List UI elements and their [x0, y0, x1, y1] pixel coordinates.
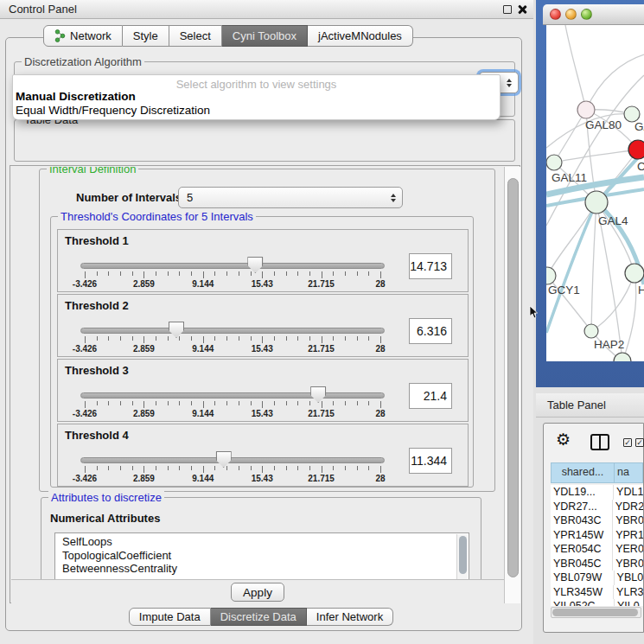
- table-row[interactable]: YBL079WYBL0: [551, 571, 643, 585]
- network-edge: [565, 25, 586, 110]
- cell-name[interactable]: YBR0: [613, 513, 643, 528]
- cell-shared-name[interactable]: YDL19...: [551, 485, 614, 500]
- table-row[interactable]: YLR345WYLR3: [551, 585, 643, 600]
- threshold-4-panel: Threshold 4 -3.4262.8599.14415.4321.7152…: [57, 424, 469, 487]
- tab-infer-network[interactable]: Infer Network: [307, 608, 393, 626]
- cell-shared-name[interactable]: YER054C: [551, 542, 613, 557]
- network-canvas[interactable]: GAL80GACGAL11GAL4GCY1HHAP2: [546, 25, 644, 361]
- slider-track[interactable]: [80, 457, 385, 463]
- number-of-intervals-combobox[interactable]: 5: [178, 187, 403, 208]
- table-row[interactable]: YDR27...YDR2: [551, 500, 643, 514]
- minimize-traffic-light-icon[interactable]: [565, 9, 577, 20]
- close-traffic-light-icon[interactable]: [550, 9, 561, 20]
- network-node[interactable]: [546, 267, 556, 284]
- network-node-label: C: [637, 160, 644, 173]
- cell-name[interactable]: YIL0: [615, 599, 640, 606]
- popup-item-manual-discretization[interactable]: Manual Discretization: [13, 90, 500, 104]
- network-node[interactable]: [625, 264, 644, 283]
- slider-track[interactable]: [80, 263, 385, 269]
- tab-network[interactable]: Network: [43, 25, 123, 47]
- list-scrollbar[interactable]: [456, 534, 468, 579]
- cell-shared-name[interactable]: YBR043C: [551, 513, 613, 528]
- tab-cyni-toolbox[interactable]: Cyni Toolbox: [222, 25, 308, 47]
- column-header-shared-name[interactable]: shared...: [551, 462, 615, 483]
- zoom-traffic-light-icon[interactable]: [581, 9, 592, 20]
- cyni-toolbox-panel: Discretization Algorithm Select algorith…: [5, 37, 522, 631]
- control-panel-window: Control Panel Network Style Select Cyni …: [0, 0, 533, 644]
- checkbox-checked-icon[interactable]: ✓: [623, 438, 632, 447]
- scrollbar-thumb[interactable]: [507, 178, 519, 577]
- slider-track[interactable]: [80, 392, 385, 399]
- algorithm-popup-placeholder: Select algorithm to view settings: [13, 75, 500, 90]
- cell-name[interactable]: YDL1: [614, 485, 643, 500]
- cell-name[interactable]: YLR3: [614, 585, 643, 600]
- table-row[interactable]: YIL052CYIL0: [551, 599, 643, 606]
- threshold-3-panel: Threshold 3 -3.4262.8599.14415.4321.7152…: [57, 359, 469, 422]
- cell-shared-name[interactable]: YBL079W: [551, 571, 615, 585]
- table-data-group: Table Data galFiltered.sif default node: [14, 119, 515, 162]
- cell-name[interactable]: YBL0: [615, 571, 643, 585]
- panel-vertical-scrollbar[interactable]: [504, 167, 520, 603]
- gear-icon[interactable]: ⚙: [556, 430, 571, 450]
- threshold-3-slider[interactable]: -3.4262.8599.14415.4321.71528: [58, 360, 468, 421]
- tab-select[interactable]: Select: [169, 25, 222, 47]
- cell-shared-name[interactable]: YIL052C: [551, 599, 615, 606]
- scrollbar-thumb[interactable]: [552, 609, 638, 616]
- cell-name[interactable]: YDR2: [613, 500, 643, 514]
- cell-name[interactable]: YBR0: [613, 557, 643, 571]
- slider-ticks: [85, 336, 380, 344]
- threshold-2-slider[interactable]: -3.4262.8599.14415.4321.71528: [58, 295, 468, 356]
- network-edge: [596, 202, 634, 273]
- threshold-3-value-field[interactable]: 21.4: [409, 383, 452, 409]
- column-header-name[interactable]: na: [615, 462, 643, 483]
- checkbox-checked-icon[interactable]: ✓: [635, 438, 644, 447]
- table-row[interactable]: YDL19...YDL1: [551, 485, 643, 500]
- cell-name[interactable]: YER0: [613, 542, 643, 557]
- table-row[interactable]: YBR043CYBR0: [551, 513, 643, 528]
- list-item[interactable]: TopologicalCoefficient: [55, 549, 469, 563]
- threshold-4-slider[interactable]: -3.4262.8599.14415.4321.71528: [58, 424, 468, 486]
- slider-ticks: [85, 401, 380, 409]
- table-row[interactable]: YBR045CYBR0: [551, 557, 643, 571]
- cell-shared-name[interactable]: YLR345W: [551, 585, 614, 600]
- slider-tick-labels: -3.4262.8599.14415.4321.71528: [85, 344, 380, 354]
- table-panel-title: Table Panel: [547, 399, 606, 411]
- threshold-1-slider[interactable]: -3.4262.8599.14415.4321.71528: [58, 230, 468, 291]
- slider-track[interactable]: [80, 328, 385, 334]
- popup-item-equal-width-frequency[interactable]: Equal Width/Frequency Discretization: [13, 104, 500, 118]
- interval-definition-title: Interval Definition: [47, 167, 138, 175]
- thresholds-group-title: Threshold's Coordinates for 5 Intervals: [58, 210, 256, 223]
- numerical-attributes-list[interactable]: SelfLoopsTopologicalCoefficientBetweenne…: [54, 532, 469, 579]
- network-node[interactable]: [585, 191, 608, 214]
- network-edge: [546, 202, 596, 333]
- network-node[interactable]: [546, 155, 562, 170]
- tab-jactivemnodules[interactable]: jActiveMNodules: [308, 25, 413, 47]
- cell-shared-name[interactable]: YBR045C: [551, 557, 613, 571]
- table-horizontal-scrollbar[interactable]: [551, 607, 641, 618]
- cell-shared-name[interactable]: YPR145W: [551, 528, 613, 543]
- tab-discretize-data[interactable]: Discretize Data: [211, 608, 307, 626]
- columns-icon[interactable]: [590, 434, 609, 450]
- cell-name[interactable]: YPR1: [613, 528, 643, 543]
- network-node[interactable]: [628, 140, 644, 159]
- apply-button[interactable]: Apply: [231, 583, 284, 602]
- tab-style[interactable]: Style: [123, 25, 169, 47]
- network-node[interactable]: [614, 353, 631, 361]
- cell-shared-name[interactable]: YDR27...: [551, 500, 613, 514]
- list-item[interactable]: SelfLoops: [55, 535, 469, 549]
- tab-impute-data[interactable]: Impute Data: [129, 608, 211, 626]
- float-window-icon[interactable]: [503, 5, 512, 14]
- threshold-2-value-field[interactable]: 6.316: [409, 318, 452, 344]
- table-row[interactable]: YPR145WYPR1: [551, 528, 643, 543]
- window-title: Control Panel: [9, 3, 77, 16]
- close-icon[interactable]: [518, 5, 526, 14]
- network-node[interactable]: [577, 101, 595, 118]
- list-item[interactable]: BetweennessCentrality: [55, 562, 469, 576]
- threshold-1-value-field[interactable]: 14.713: [409, 253, 452, 279]
- network-node-label: GAL80: [585, 118, 622, 131]
- table-row[interactable]: YER054CYER0: [551, 542, 643, 557]
- table-header-row: shared... na: [551, 462, 643, 483]
- threshold-4-value-field[interactable]: 11.344: [409, 448, 452, 474]
- settings-viewport: Interval Definition Number of Intervals …: [11, 167, 504, 579]
- network-node[interactable]: [584, 324, 598, 338]
